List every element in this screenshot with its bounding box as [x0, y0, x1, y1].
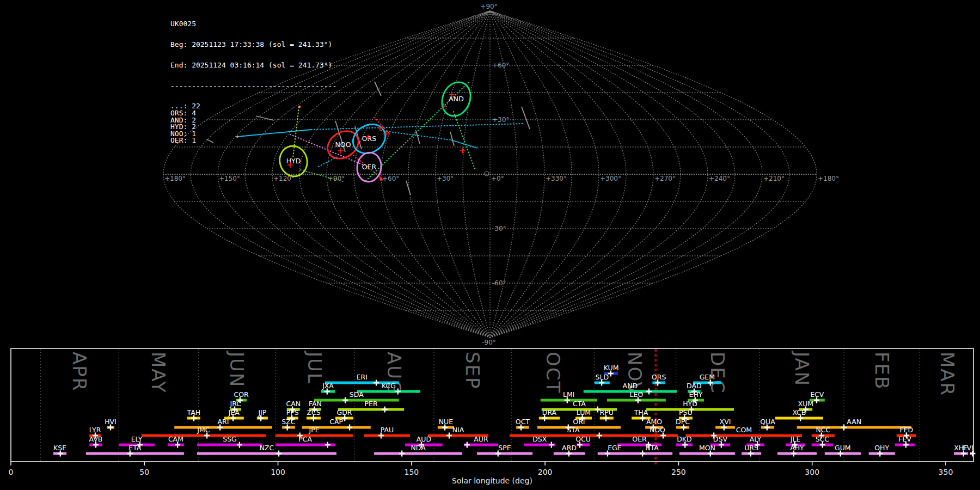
- shower-code-EHY: EHY: [689, 390, 703, 399]
- shower-code-JRC: JRC: [230, 400, 242, 408]
- shower-bar-ETA: [86, 452, 184, 455]
- radiant-label-ORS: ORS: [362, 134, 377, 143]
- shower-code-PAU: PAU: [381, 426, 394, 434]
- shower-code-JMC: JMC: [197, 426, 210, 434]
- shower-code-LUM: LUM: [577, 408, 591, 416]
- x-tick-label: 100: [271, 468, 285, 476]
- radiant-label-AND: AND: [449, 95, 464, 103]
- shower-code-AAN: AAN: [847, 418, 861, 426]
- meteor-trail: [375, 82, 381, 96]
- shower-code-RPU: RPU: [600, 408, 614, 416]
- meteor-trail: [450, 132, 454, 146]
- longitude-label: +150°: [219, 175, 240, 182]
- shower-code-ELY: ELY: [131, 435, 143, 443]
- shower-code-CAN: CAN: [286, 400, 301, 408]
- shower-code-OER: OER: [632, 435, 647, 443]
- shower-code-FAN: FAN: [309, 400, 322, 408]
- longitude-label: +240°: [709, 175, 730, 182]
- shower-code-AND: AND: [623, 382, 638, 390]
- shower-count-list: ...: 22ORS: 4AND: 2HYD: 2NOO: 1OER: 1: [170, 103, 336, 144]
- shower-code-ERI: ERI: [357, 373, 367, 381]
- shower-code-JEA: JEA: [228, 408, 240, 416]
- station-id: UK0025: [170, 21, 336, 28]
- observation-summary: UK0025 Beg: 20251123 17:33:38 (sol = 241…: [170, 7, 336, 158]
- shower-bar-STA: [510, 434, 637, 437]
- radiant-map-screenshot: +180°+150°+120°+90°+60°+30°+0°+330°+300°…: [0, 0, 980, 490]
- longitude-label: +270°: [654, 175, 676, 182]
- shower-bars: KUMERISLDORSGEMJXAKCGANDDADCORSDALMILEOE…: [53, 364, 976, 457]
- longitude-label: +210°: [763, 175, 785, 182]
- shower-code-KCG: KCG: [382, 382, 396, 390]
- shower-code-JXA: JXA: [322, 382, 334, 390]
- month-label-OCT: OCT: [542, 352, 564, 394]
- shower-bar-SDA: [314, 399, 399, 402]
- peak-marker-DSX: [549, 442, 554, 448]
- peak-marker-NTA: [640, 451, 645, 457]
- shower-code-ALY: ALY: [750, 435, 762, 443]
- shower-code-CAM: CAM: [168, 435, 183, 443]
- shower-code-QUA: QUA: [760, 418, 775, 426]
- shower-code-JIP: JIP: [258, 408, 266, 416]
- peak-marker-NZC: [276, 451, 281, 457]
- shower-bar-COM: [686, 434, 802, 437]
- shower-code-ORS: ORS: [652, 373, 666, 381]
- peak-marker-NIA: [446, 433, 452, 439]
- shower-code-PCA: PCA: [298, 435, 312, 443]
- month-label-MAY: MAY: [148, 352, 169, 394]
- month-label-FEB: FEB: [871, 352, 893, 390]
- shower-code-DSV: DSV: [713, 435, 728, 443]
- shower-code-SPE: SPE: [498, 444, 511, 452]
- shower-code-LEO: LEO: [630, 390, 644, 399]
- shower-code-XVI: XVI: [720, 418, 731, 426]
- x-tick-label: 150: [404, 468, 419, 476]
- x-tick-label: 50: [139, 468, 149, 476]
- shower-code-COR: COR: [234, 390, 249, 399]
- latitude-label: -60°: [492, 279, 506, 287]
- peak-marker-SDA: [342, 397, 348, 403]
- separator-line: ---------------------------------------: [170, 83, 336, 90]
- latitude-label: +60°: [492, 62, 509, 69]
- month-label-JUL: JUL: [304, 351, 326, 384]
- meteor-trail: [406, 181, 411, 195]
- peak-marker-SSG: [237, 442, 242, 448]
- latitude-label: -30°: [492, 225, 506, 232]
- shower-code-OCU: OCU: [575, 435, 591, 443]
- shower-code-NTA: NTA: [645, 444, 659, 452]
- shower-code-GUM: GUM: [835, 444, 851, 452]
- shower-code-PER: PER: [364, 400, 377, 408]
- shower-code-SSG: SSG: [223, 435, 237, 443]
- shower-bar-JMC: [142, 434, 266, 437]
- longitude-label: +30°: [437, 175, 454, 182]
- shower-code-EGE: EGE: [608, 444, 622, 452]
- shower-bar-NZC: [197, 452, 336, 455]
- shower-code-NUE: NUE: [439, 418, 453, 426]
- shower-code-LMI: LMI: [563, 390, 574, 399]
- latitude-label: -90°: [482, 339, 496, 346]
- shower-bar-SSG: [197, 444, 262, 446]
- shower-code-ARI: ARI: [218, 418, 229, 426]
- shower-bar-SPE: [477, 452, 532, 455]
- shower-code-NZC: NZC: [260, 444, 274, 452]
- shower-code-SDA: SDA: [350, 390, 364, 399]
- shower-code-EVI: EVI: [963, 444, 973, 452]
- peak-marker-CAP: [347, 425, 352, 431]
- radiant-plus-mark: [338, 148, 344, 154]
- latitude-label: +90°: [480, 3, 497, 10]
- shower-bar-NDA: [374, 452, 462, 455]
- shower-code-GEM: GEM: [700, 373, 715, 381]
- peak-marker-NDA: [399, 451, 405, 457]
- shower-code-XCB: XCB: [792, 408, 806, 416]
- shower-bar-KCG: [357, 390, 420, 393]
- obs-end-line: End: 20251124 03:16:14 (sol = 241.73°): [170, 62, 336, 69]
- radiant-label-HYD: HYD: [286, 157, 301, 165]
- shower-bar-MON: [679, 452, 735, 455]
- x-tick-label: 300: [805, 468, 819, 476]
- shower-count: OER: 1: [170, 137, 336, 144]
- longitude-label: +180°: [164, 175, 186, 182]
- peak-marker-STA: [597, 433, 602, 439]
- shower-code-THA: THA: [634, 408, 648, 416]
- shower-code-URS: URS: [744, 444, 758, 452]
- shower-code-OCT: OCT: [516, 418, 530, 426]
- shower-code-CAP: CAP: [329, 418, 343, 426]
- peak-marker-ERI: [373, 380, 379, 386]
